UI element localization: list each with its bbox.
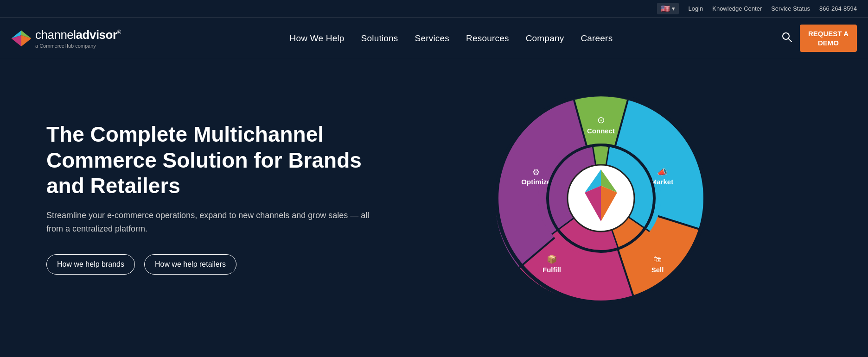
connect-icon: ⊙ (597, 115, 605, 125)
nav-item-how-we-help[interactable]: How We Help (290, 33, 345, 44)
nav-item-services[interactable]: Services (415, 33, 449, 44)
hero-left: The Complete Multichannel Commerce Solut… (46, 122, 371, 274)
nav-links: How We Help Solutions Services Resources… (290, 33, 613, 44)
nav-right: REQUEST A DEMO (781, 25, 857, 52)
nav-link-resources[interactable]: Resources (466, 33, 509, 43)
phone-link[interactable]: 866-264-8594 (819, 5, 857, 12)
nav-link-company[interactable]: Company (526, 33, 564, 43)
fulfill-label: Fulfill (542, 266, 561, 274)
login-link[interactable]: Login (688, 5, 703, 12)
connect-label: Connect (587, 127, 615, 135)
search-icon (781, 31, 792, 43)
logo-area[interactable]: channeladvisor® a CommerceHub company (11, 28, 121, 49)
main-nav: channeladvisor® a CommerceHub company Ho… (0, 18, 868, 59)
logo-brand-name: channeladvisor® (35, 28, 121, 42)
dropdown-arrow: ▾ (672, 5, 675, 12)
hero-title: The Complete Multichannel Commerce Solut… (46, 122, 371, 199)
logo-main: channeladvisor® a CommerceHub company (11, 28, 121, 49)
fulfill-icon: 📦 (547, 254, 557, 264)
hero-buttons: How we help brands How we help retailers (46, 254, 371, 275)
hero-right: Connect ⊙ Market 📣 Sell 🛍 Fulfill 📦 Opti… (371, 87, 831, 309)
wheel-svg: Connect ⊙ Market 📣 Sell 🛍 Fulfill 📦 Opti… (490, 87, 712, 309)
hero-section: The Complete Multichannel Commerce Solut… (0, 59, 868, 337)
svg-marker-2 (21, 35, 32, 46)
logo-sub-text: a CommerceHub company (35, 43, 121, 49)
wheel-diagram: Connect ⊙ Market 📣 Sell 🛍 Fulfill 📦 Opti… (490, 87, 712, 309)
svg-line-5 (789, 38, 792, 42)
search-button[interactable] (781, 31, 792, 45)
logo-text-area: channeladvisor® a CommerceHub company (35, 28, 121, 49)
nav-link-solutions[interactable]: Solutions (361, 33, 398, 43)
nav-link-how-we-help[interactable]: How We Help (290, 33, 345, 43)
nav-item-resources[interactable]: Resources (466, 33, 509, 44)
hero-subtitle: Streamline your e-commerce operations, e… (46, 209, 371, 236)
nav-item-careers[interactable]: Careers (581, 33, 613, 44)
sell-icon: 🛍 (653, 255, 662, 264)
request-demo-button[interactable]: REQUEST A DEMO (800, 25, 857, 52)
nav-link-careers[interactable]: Careers (581, 33, 613, 43)
nav-link-services[interactable]: Services (415, 33, 449, 43)
logo-plane-icon (11, 30, 32, 47)
retailers-button[interactable]: How we help retailers (144, 254, 236, 275)
language-selector[interactable]: 🇺🇸 ▾ (657, 3, 679, 14)
nav-item-company[interactable]: Company (526, 33, 564, 44)
optimize-label: Optimize (521, 178, 550, 186)
optimize-icon: ⚙ (532, 168, 540, 177)
svg-marker-3 (11, 35, 21, 46)
sell-label: Sell (651, 266, 664, 274)
flag-icon: 🇺🇸 (661, 4, 670, 13)
nav-item-solutions[interactable]: Solutions (361, 33, 398, 44)
market-icon: 📣 (657, 167, 668, 177)
market-label: Market (651, 178, 673, 186)
top-bar: 🇺🇸 ▾ Login Knowledge Center Service Stat… (0, 0, 868, 18)
brands-button[interactable]: How we help brands (46, 254, 135, 275)
service-status-link[interactable]: Service Status (771, 5, 810, 12)
knowledge-center-link[interactable]: Knowledge Center (712, 5, 762, 12)
